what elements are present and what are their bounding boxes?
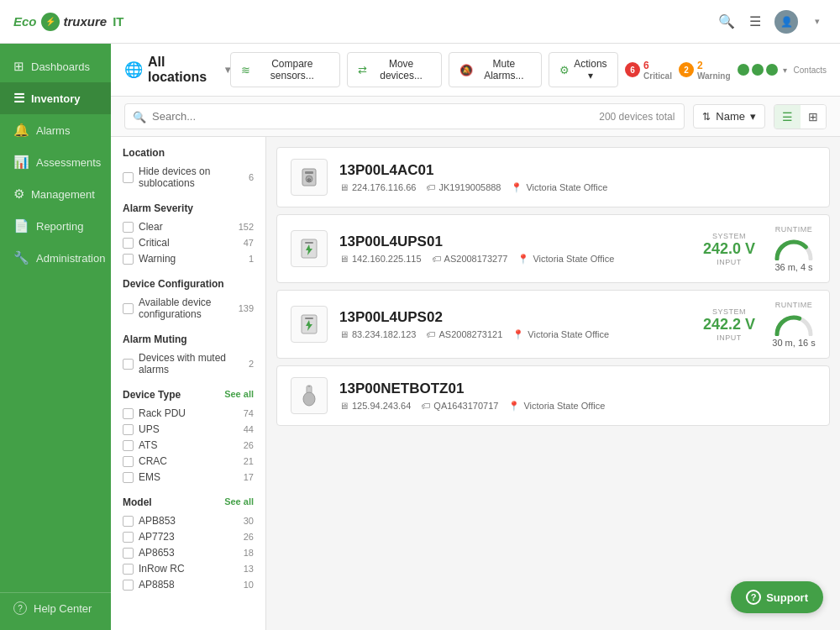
device-name-2: 13P00L4UPS01 bbox=[339, 234, 691, 250]
filter-item-crac: CRAC 21 bbox=[123, 455, 254, 467]
avatar[interactable]: 👤 bbox=[774, 10, 798, 34]
filter-item-inrow-rc: InRow RC 13 bbox=[123, 563, 254, 575]
actions-button[interactable]: ⚙ Actions ▾ bbox=[549, 52, 618, 87]
filter-checkbox-avail-config[interactable] bbox=[123, 303, 134, 314]
device-icon-ups01 bbox=[291, 230, 328, 267]
sidebar-item-inventory[interactable]: ☰ Inventory bbox=[0, 82, 111, 114]
device-card-3[interactable]: 13P00L4UPS02 🖥 83.234.182.123 🏷 AS200827… bbox=[276, 290, 830, 359]
reporting-icon: 📄 bbox=[13, 218, 29, 234]
filter-title-location: Location bbox=[123, 147, 254, 159]
sidebar-bottom: ? Help Center bbox=[0, 592, 111, 623]
filter-checkbox-critical[interactable] bbox=[123, 238, 134, 249]
device-meta-2: 🖥 142.160.225.115 🏷 AS2008173277 📍 Victo… bbox=[339, 254, 691, 265]
device-card-2[interactable]: 13P00L4UPS01 🖥 142.160.225.115 🏷 AS20081… bbox=[276, 214, 830, 283]
support-icon: ? bbox=[746, 590, 761, 605]
sidebar-item-alarms[interactable]: 🔔 Alarms bbox=[0, 114, 111, 146]
filter-checkbox-inrow-rc[interactable] bbox=[123, 564, 134, 575]
filter-count-sublocations: 6 bbox=[249, 172, 254, 182]
sidebar-item-dashboards[interactable]: ⊞ Dashboards bbox=[0, 50, 111, 82]
device-info-1: 13P00L4AC01 🖥 224.176.116.66 🏷 JK1919005… bbox=[339, 162, 816, 193]
ip-icon-4: 🖥 bbox=[339, 401, 349, 411]
content-header: 🌐 All locations ▾ ≋ Compare sensors... ⇄… bbox=[111, 44, 840, 97]
filter-checkbox-sublocations[interactable] bbox=[123, 172, 134, 183]
filter-count-muted: 2 bbox=[249, 359, 254, 369]
grid-view-button[interactable]: ⊞ bbox=[801, 105, 826, 129]
filter-checkbox-ats[interactable] bbox=[123, 440, 134, 451]
device-location-2: 📍 Victoria State Office bbox=[517, 254, 614, 265]
help-center-item[interactable]: ? Help Center bbox=[0, 593, 111, 623]
device-count: 200 devices total bbox=[599, 111, 675, 123]
filter-checkbox-ems[interactable] bbox=[123, 472, 134, 483]
filter-label-sublocations: Hide devices on sublocations bbox=[139, 165, 249, 189]
logo-eco: Eco bbox=[13, 14, 37, 29]
location-selector[interactable]: 🌐 All locations ▾ bbox=[124, 55, 230, 85]
runtime-label-2: RUNTIME bbox=[772, 225, 816, 234]
contact-dot-green2 bbox=[752, 64, 764, 76]
filter-label-ap7723: AP7723 bbox=[139, 531, 175, 543]
mute-label: Mute Alarms... bbox=[477, 58, 531, 81]
sidebar-item-management[interactable]: ⚙ Management bbox=[0, 178, 111, 210]
filter-panel: Location Hide devices on sublocations 6 … bbox=[111, 137, 266, 630]
administration-icon: 🔧 bbox=[13, 250, 29, 265]
filter-checkbox-ap7723[interactable] bbox=[123, 532, 134, 543]
ip-icon-2: 🖥 bbox=[339, 254, 349, 264]
warning-alert-badge[interactable]: 2 2 Warning bbox=[679, 60, 731, 81]
sidebar-item-administration[interactable]: 🔧 Administration bbox=[0, 242, 111, 274]
sidebar-item-assessments[interactable]: 📊 Assessments bbox=[0, 146, 111, 178]
filter-section-location: Location Hide devices on sublocations 6 bbox=[123, 147, 254, 189]
device-type-see-all[interactable]: See all bbox=[224, 389, 254, 399]
compare-sensors-button[interactable]: ≋ Compare sensors... bbox=[230, 52, 340, 87]
filter-checkbox-warning[interactable] bbox=[123, 254, 134, 265]
device-name-3: 13P00L4UPS02 bbox=[339, 309, 691, 326]
sidebar-item-label-management: Management bbox=[31, 188, 95, 201]
filter-item-ap7723: AP7723 26 bbox=[123, 531, 254, 543]
sidebar-item-reporting[interactable]: 📄 Reporting bbox=[0, 210, 111, 242]
support-button[interactable]: ? Support bbox=[731, 581, 823, 613]
device-icon-ac01: ❄ bbox=[291, 159, 328, 196]
system-value-3: 242.2 V bbox=[703, 316, 755, 333]
search-icon[interactable]: 🔍 bbox=[717, 13, 736, 31]
model-see-all[interactable]: See all bbox=[224, 496, 254, 507]
filter-checkbox-apb853[interactable] bbox=[123, 516, 134, 527]
svg-rect-5 bbox=[305, 242, 313, 244]
filter-checkbox-clear[interactable] bbox=[123, 222, 134, 233]
content-area: 🌐 All locations ▾ ≋ Compare sensors... ⇄… bbox=[111, 44, 840, 630]
list-view-button[interactable]: ☰ bbox=[774, 105, 801, 129]
system-sublabel-2: INPUT bbox=[703, 258, 755, 266]
dashboards-icon: ⊞ bbox=[13, 59, 24, 74]
sort-selector[interactable]: ⇅ Name ▾ bbox=[693, 104, 765, 129]
search-sort-bar: 🔍 200 devices total ⇅ Name ▾ ☰ ⊞ bbox=[111, 97, 840, 137]
device-card-4[interactable]: 13P00NETBOTZ01 🖥 125.94.243.64 🏷 QA16431… bbox=[276, 365, 830, 426]
chevron-down-icon[interactable]: ▾ bbox=[808, 13, 827, 31]
filter-checkbox-ups[interactable] bbox=[123, 424, 134, 435]
filter-label-rack-pdu: Rack PDU bbox=[139, 407, 186, 419]
filter-item-apb853: APB853 30 bbox=[123, 515, 254, 527]
filter-checkbox-ap8858[interactable] bbox=[123, 580, 134, 591]
logo-mark: ⚡ bbox=[41, 13, 60, 31]
filter-checkbox-muted[interactable] bbox=[123, 359, 134, 370]
device-meta-4: 🖥 125.94.243.64 🏷 QA1643170717 📍 Victori… bbox=[339, 401, 816, 412]
filter-item-clear: Clear 152 bbox=[123, 221, 254, 233]
mute-alarms-button[interactable]: 🔕 Mute Alarms... bbox=[449, 52, 542, 87]
filter-label-ems: EMS bbox=[139, 471, 160, 483]
filter-checkbox-ap8653[interactable] bbox=[123, 548, 134, 559]
sidebar: ⊞ Dashboards ☰ Inventory 🔔 Alarms 📊 Asse… bbox=[0, 44, 111, 630]
device-serial-1: 🏷 JK1919005888 bbox=[426, 182, 501, 192]
gauge-2 bbox=[772, 235, 816, 260]
critical-alert-badge[interactable]: 6 6 Critical bbox=[625, 60, 672, 81]
filter-section-model: Model See all APB853 30 AP7723 bbox=[123, 496, 254, 591]
filter-checkbox-crac[interactable] bbox=[123, 456, 134, 467]
move-devices-button[interactable]: ⇄ Move devices... bbox=[347, 52, 441, 87]
filter-label-ap8858: AP8858 bbox=[139, 579, 175, 591]
list-icon[interactable]: ☰ bbox=[746, 13, 764, 31]
filter-section-device-type: Device Type See all Rack PDU 74 UPS bbox=[123, 389, 254, 483]
contacts-group[interactable]: ▾ bbox=[738, 64, 787, 76]
system-stat-2: SYSTEM 242.0 V INPUT bbox=[703, 232, 755, 266]
filter-label-apb853: APB853 bbox=[139, 515, 176, 527]
system-sublabel-3: INPUT bbox=[703, 333, 755, 342]
serial-icon-3: 🏷 bbox=[426, 329, 435, 339]
device-card-1[interactable]: ❄ 13P00L4AC01 🖥 224.176.116.66 🏷 JK19190… bbox=[276, 147, 830, 207]
filter-checkbox-rack-pdu[interactable] bbox=[123, 408, 134, 419]
help-center-label: Help Center bbox=[34, 602, 92, 615]
management-icon: ⚙ bbox=[13, 186, 24, 202]
